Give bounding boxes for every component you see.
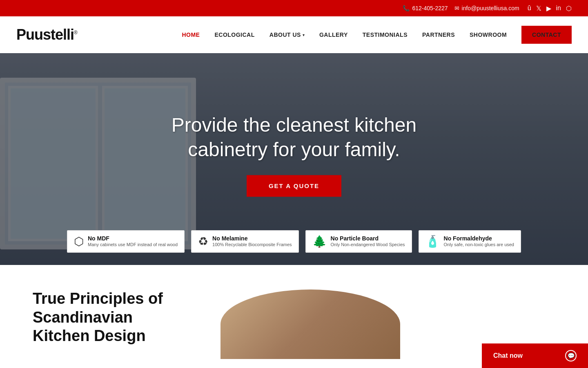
- contact-info: 📞 612-405-2227 ✉ info@puustelliusa.com: [403, 5, 519, 11]
- nav-partners[interactable]: PARTNERS: [422, 31, 455, 38]
- badge-no-mdf: ⬡ No MDF Many cabinets use MDF instead o…: [67, 230, 185, 253]
- nav-ecological[interactable]: ECOLOGICAL: [214, 31, 254, 38]
- social-links: û 𝕏 ▶ in ⬡: [528, 4, 572, 12]
- logo-text: Puustelli: [16, 26, 74, 43]
- badge-mdf-text: No MDF Many cabinets use MDF instead of …: [88, 235, 178, 247]
- principles-text: True Principles of Scandinavian Kitchen …: [33, 289, 188, 346]
- nav-home[interactable]: HOME: [182, 31, 200, 38]
- badge-mdf-title: No MDF: [88, 235, 178, 242]
- chevron-down-icon: ▾: [303, 33, 305, 37]
- hero-section: Provide the cleanest kitchen cabinetry f…: [0, 53, 588, 265]
- badge-no-particle-board: 🌲 No Particle Board Only Non-endangered …: [305, 230, 412, 253]
- badge-formaldehyde-title: No Formaldehyde: [444, 235, 514, 242]
- nav-showroom[interactable]: SHOWROOM: [470, 31, 507, 38]
- instagram-icon[interactable]: ⬡: [566, 4, 572, 12]
- phone-number[interactable]: 612-405-2227: [412, 5, 448, 11]
- twitter-icon[interactable]: 𝕏: [536, 4, 541, 12]
- badge-melamine-title: No Melamine: [212, 235, 292, 242]
- email-address[interactable]: info@puustelliusa.com: [462, 5, 519, 11]
- nav-about-us[interactable]: ABOUT US ▾: [270, 31, 305, 38]
- particle-board-icon: 🌲: [312, 235, 327, 248]
- badge-particle-subtitle: Only Non-endangered Wood Species: [331, 242, 405, 247]
- section-image: [220, 289, 400, 359]
- principles-title: True Principles of Scandinavian Kitchen …: [33, 289, 188, 346]
- phone-icon: 📞: [403, 5, 410, 11]
- nav-testimonials[interactable]: TESTIMONIALS: [363, 31, 408, 38]
- badge-formaldehyde-text: No Formaldehyde Only safe, non-toxic glu…: [444, 235, 514, 247]
- formaldehyde-icon: 🧴: [425, 235, 440, 248]
- badge-formaldehyde-subtitle: Only safe, non-toxic glues are used: [444, 242, 514, 247]
- get-quote-button[interactable]: GET A QUOTE: [247, 175, 341, 197]
- header: Puustelli® HOME ECOLOGICAL ABOUT US ▾ GA…: [0, 16, 588, 53]
- hero-title: Provide the cleanest kitchen cabinetry f…: [147, 113, 441, 162]
- youtube-icon[interactable]: ▶: [546, 4, 551, 12]
- logo-sup: ®: [74, 30, 77, 36]
- badge-mdf-subtitle: Many cabinets use MDF instead of real wo…: [88, 242, 178, 247]
- contact-button[interactable]: CONTACT: [521, 26, 572, 44]
- nav-gallery[interactable]: GALLERY: [319, 31, 348, 38]
- email-info: ✉ info@puustelliusa.com: [454, 5, 519, 11]
- feature-badges: ⬡ No MDF Many cabinets use MDF instead o…: [0, 230, 588, 265]
- badge-particle-text: No Particle Board Only Non-endangered Wo…: [331, 235, 405, 247]
- chat-icon: 💬: [565, 350, 577, 361]
- badge-particle-title: No Particle Board: [331, 235, 405, 242]
- badge-no-melamine: ♻ No Melamine 100% Recyclable Biocomposi…: [191, 230, 298, 253]
- title-line1: True Principles of: [33, 290, 163, 307]
- linkedin-icon[interactable]: in: [556, 4, 561, 12]
- chat-now-widget[interactable]: Chat now 💬: [482, 343, 588, 368]
- title-line2: Scandinavian Kitchen Design: [33, 309, 146, 345]
- chat-now-label: Chat now: [493, 352, 523, 359]
- melamine-icon: ♻: [198, 235, 208, 248]
- badge-no-formaldehyde: 🧴 No Formaldehyde Only safe, non-toxic g…: [419, 230, 521, 253]
- mdf-icon: ⬡: [74, 235, 84, 248]
- badge-melamine-text: No Melamine 100% Recyclable Biocomposite…: [212, 235, 292, 247]
- email-icon: ✉: [454, 5, 459, 11]
- facebook-icon[interactable]: û: [528, 4, 531, 12]
- hero-content: Provide the cleanest kitchen cabinetry f…: [147, 113, 441, 197]
- main-nav: HOME ECOLOGICAL ABOUT US ▾ GALLERY TESTI…: [182, 26, 572, 44]
- nav-about-label: ABOUT US: [270, 31, 301, 38]
- top-bar: 📞 612-405-2227 ✉ info@puustelliusa.com û…: [0, 0, 588, 16]
- badge-melamine-subtitle: 100% Recyclable Biocomposite Frames: [212, 242, 292, 247]
- phone-info: 📞 612-405-2227: [403, 5, 448, 11]
- logo[interactable]: Puustelli®: [16, 26, 77, 43]
